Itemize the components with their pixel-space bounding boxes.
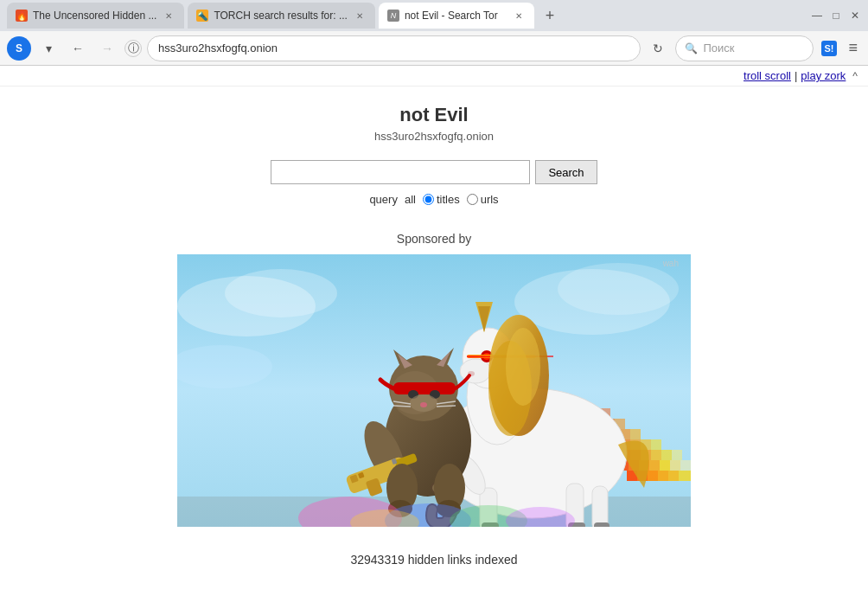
browser-search-bar[interactable]: 🔍 Поиск (675, 35, 814, 61)
hidden-links-count: 32943319 hidden links indexed (350, 553, 517, 567)
forward-button[interactable]: → (95, 36, 119, 61)
tab-notevil[interactable]: N not Evil - Search Tor ✕ (379, 3, 534, 29)
maximize-button[interactable]: □ (830, 10, 842, 22)
sponsored-image[interactable]: wah (177, 254, 691, 527)
tab3-title: not Evil - Search Tor (405, 10, 507, 22)
svg-rect-39 (630, 429, 641, 439)
svg-rect-68 (592, 486, 608, 527)
tab-torch[interactable]: 🔦 TORCH search results for: ... ✕ (188, 3, 374, 29)
query-label: query (369, 193, 398, 206)
search-icon: 🔍 (685, 42, 698, 54)
close-button[interactable]: ✕ (849, 10, 861, 22)
svg-rect-69 (594, 522, 610, 527)
navigation-bar: S ▾ ← → ⓘ hss3uro2hsxfogfq.onion ↻ 🔍 Пои… (0, 31, 868, 66)
all-label: all (405, 193, 416, 206)
page-content: not Evil hss3uro2hsxfogfq.onion Search q… (0, 87, 868, 596)
troll-scroll-link[interactable]: troll scroll (744, 69, 791, 82)
tab1-title: The Uncensored Hidden ... (33, 10, 156, 22)
svg-text:S!: S! (825, 43, 834, 54)
svg-rect-27 (661, 450, 672, 460)
svg-point-62 (506, 328, 540, 406)
menu-button[interactable]: ≡ (845, 39, 861, 57)
svg-rect-14 (679, 471, 691, 481)
search-options: query all titles urls (369, 193, 498, 206)
svg-rect-13 (668, 471, 679, 481)
svg-line-83 (393, 406, 411, 407)
tab2-close-button[interactable]: ✕ (353, 9, 367, 22)
site-url: hss3uro2hsxfogfq.onion (374, 130, 494, 143)
urls-label: urls (481, 193, 499, 206)
titles-radio-group: titles (423, 193, 460, 206)
svg-point-4 (225, 269, 337, 317)
svg-rect-28 (672, 450, 682, 460)
extension-svg: S! (819, 38, 839, 59)
tab-uncensored[interactable]: 🔥 The Uncensored Hidden ... ✕ (7, 3, 184, 29)
site-title: not Evil (399, 104, 468, 126)
window-controls: — □ ✕ (811, 10, 861, 22)
titles-radio[interactable] (423, 194, 434, 205)
tab3-favicon: N (387, 10, 399, 22)
tab3-close-button[interactable]: ✕ (512, 9, 526, 22)
svg-rect-18 (649, 460, 660, 471)
svg-rect-34 (651, 439, 661, 450)
search-form: Search (271, 160, 597, 184)
svg-rect-77 (393, 382, 456, 394)
play-zork-link[interactable]: play zork (801, 69, 846, 82)
search-placeholder: Поиск (703, 42, 734, 54)
svg-rect-12 (658, 471, 668, 481)
address-text: hss3uro2hsxfogfq.onion (158, 42, 278, 54)
tab2-favicon: 🔦 (196, 10, 208, 22)
profile-dropdown-button[interactable]: ▾ (36, 36, 61, 61)
svg-rect-26 (651, 450, 661, 460)
extension-icon[interactable]: S! (819, 38, 839, 59)
svg-point-81 (420, 402, 427, 407)
svg-rect-20 (670, 460, 680, 471)
tab1-favicon: 🔥 (16, 10, 28, 22)
back-button[interactable]: ← (66, 36, 90, 61)
query-input[interactable] (271, 160, 530, 184)
cat-unicorn-illustration: wah (177, 254, 691, 527)
titlebar: 🔥 The Uncensored Hidden ... ✕ 🔦 TORCH se… (0, 0, 868, 31)
scroll-up-button[interactable]: ^ (852, 70, 858, 82)
titles-label: titles (437, 193, 460, 206)
svg-text:wah: wah (662, 259, 679, 268)
minimize-button[interactable]: — (811, 10, 823, 22)
svg-rect-11 (648, 471, 658, 481)
new-tab-button[interactable]: + (538, 3, 562, 28)
urls-radio-group: urls (467, 193, 499, 206)
address-bar[interactable]: hss3uro2hsxfogfq.onion (147, 35, 641, 61)
tab1-close-button[interactable]: ✕ (162, 9, 176, 22)
urls-radio[interactable] (467, 194, 478, 205)
utility-separator: | (795, 69, 797, 82)
info-button[interactable]: ⓘ (124, 40, 142, 57)
search-button[interactable]: Search (535, 160, 597, 184)
svg-rect-21 (680, 460, 691, 471)
reload-button[interactable]: ↻ (646, 36, 670, 61)
profile-icon[interactable]: S (7, 36, 31, 61)
utility-bar: troll scroll | play zork ^ (0, 66, 868, 87)
svg-line-85 (437, 406, 456, 407)
svg-rect-19 (660, 460, 670, 471)
tab2-title: TORCH search results for: ... (214, 10, 347, 22)
sponsored-label: Sponsored by (397, 232, 471, 246)
svg-point-6 (558, 263, 679, 315)
